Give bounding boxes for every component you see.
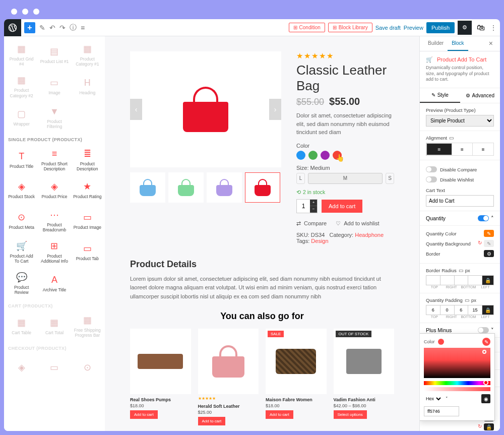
- shop-icon[interactable]: 🛍: [475, 22, 487, 34]
- block-item[interactable]: ⊙Product Meta: [6, 206, 37, 235]
- block-item[interactable]: 💬Product Review: [6, 269, 37, 298]
- tab-builder[interactable]: Builder: [424, 36, 448, 51]
- edit-icon[interactable]: ✎: [39, 24, 45, 32]
- block-item[interactable]: ▦Product Category #1: [72, 40, 103, 70]
- related-product-card[interactable]: OUT OF STOCKVadim Fashion Anti$42.00 – $…: [334, 329, 395, 425]
- block-item[interactable]: ▢Wrapper: [6, 103, 37, 132]
- color-swatch[interactable]: [308, 151, 318, 160]
- settings-button[interactable]: ⚙: [458, 21, 472, 35]
- card-action-button[interactable]: Add to cart: [266, 410, 293, 419]
- disable-wishlist-toggle[interactable]: [426, 176, 437, 182]
- more-icon[interactable]: ⋮: [490, 24, 497, 32]
- block-item[interactable]: ▭Product Image: [72, 206, 103, 235]
- gallery-thumbnail[interactable]: [130, 172, 165, 203]
- lock-icon[interactable]: 🔒: [482, 276, 493, 285]
- reset-icon[interactable]: ↻: [478, 240, 482, 247]
- quantity-field[interactable]: [297, 200, 310, 213]
- add-block-button[interactable]: +: [24, 22, 35, 33]
- gallery-prev-button[interactable]: ‹: [130, 99, 142, 120]
- block-item[interactable]: ⊙: [72, 354, 103, 381]
- align-center-button[interactable]: ≡: [452, 143, 473, 155]
- outline-icon[interactable]: ≡: [81, 24, 85, 32]
- block-item[interactable]: ▦Product Category #2: [6, 72, 37, 101]
- color-edit-button[interactable]: ✎: [484, 230, 494, 237]
- block-item[interactable]: 🛒Product Add To Cart: [6, 237, 37, 267]
- gallery-next-button[interactable]: ›: [269, 99, 281, 120]
- related-product-card[interactable]: ★★★★★Herald Soft Leather$25.00Add to car…: [198, 329, 259, 425]
- block-item[interactable]: ◈Product Stock: [6, 177, 37, 204]
- tab-advanced[interactable]: ⚙ Advanced: [460, 88, 500, 103]
- card-action-button[interactable]: Add to cart: [198, 417, 226, 425]
- border-radius-inputs[interactable]: 🔒: [426, 275, 494, 285]
- redo-icon[interactable]: ↷: [59, 24, 66, 32]
- card-action-button[interactable]: Select options: [334, 410, 367, 419]
- quantity-input[interactable]: +−: [296, 199, 318, 213]
- block-item[interactable]: ≣Product Description: [72, 145, 103, 174]
- size-option[interactable]: L: [296, 173, 305, 184]
- size-option[interactable]: M: [308, 173, 383, 184]
- tab-style[interactable]: ✎ Style: [420, 88, 460, 103]
- condition-button[interactable]: ⊞Condition: [289, 23, 325, 32]
- preview-type-select[interactable]: Simple Product: [426, 115, 494, 127]
- lock-icon[interactable]: 🔒: [484, 423, 494, 430]
- eyedropper-icon[interactable]: ◉: [481, 394, 490, 403]
- align-left-button[interactable]: ≡: [426, 143, 452, 155]
- block-item[interactable]: ◈: [6, 354, 37, 381]
- align-right-button[interactable]: ≡: [473, 143, 493, 155]
- block-item[interactable]: ▦Cart Table: [6, 312, 37, 341]
- block-item[interactable]: ▦Product Grid #4: [6, 40, 37, 70]
- wishlist-link[interactable]: ♡ Add to wishlist: [336, 220, 379, 227]
- gallery-thumbnail[interactable]: [245, 172, 280, 203]
- related-product-card[interactable]: SALEMaison Fabre Women$18.00Add to cart: [266, 329, 327, 425]
- gallery-thumbnail[interactable]: [168, 172, 204, 203]
- reset-color-button[interactable]: ✎: [482, 338, 490, 346]
- disable-compare-toggle[interactable]: [426, 166, 437, 172]
- related-product-card[interactable]: Real Shoes Pumps$18.00Add to cart: [130, 329, 191, 425]
- block-item[interactable]: ⊞Product Additional Info: [39, 237, 70, 267]
- block-item[interactable]: ▭Product Tab: [72, 237, 103, 267]
- qty-plus-button[interactable]: +: [310, 200, 317, 206]
- color-format-select[interactable]: Hex: [424, 396, 443, 402]
- hue-slider[interactable]: [424, 381, 490, 385]
- block-item[interactable]: ★Product Rating: [72, 177, 103, 204]
- block-item[interactable]: ◈Product Price: [39, 177, 70, 204]
- color-swatch[interactable]: [296, 151, 305, 160]
- qty-minus-button[interactable]: −: [310, 206, 317, 213]
- compare-link[interactable]: ⇄ Compare: [296, 220, 327, 227]
- editor-canvas[interactable]: ‹ › ★★★★★ Classic Leather: [105, 36, 419, 431]
- cart-text-input[interactable]: [426, 195, 494, 207]
- wordpress-logo[interactable]: [4, 19, 21, 36]
- alpha-slider[interactable]: [424, 387, 490, 391]
- bg-edit-button[interactable]: ✎: [484, 240, 494, 247]
- tab-block[interactable]: Block: [448, 36, 468, 51]
- undo-icon[interactable]: ↶: [49, 24, 55, 32]
- padding-inputs[interactable]: 🔒: [426, 305, 494, 315]
- card-action-button[interactable]: Add to cart: [130, 410, 158, 419]
- publish-button[interactable]: Publish: [426, 22, 455, 33]
- color-field[interactable]: [424, 348, 490, 378]
- block-item[interactable]: ▼Product Filtering: [39, 103, 70, 132]
- block-item[interactable]: AArchive Title: [39, 269, 70, 298]
- lock-icon[interactable]: 🔒: [482, 305, 493, 315]
- block-item[interactable]: ▦Free Shipping Progress Bar: [72, 312, 103, 341]
- size-option[interactable]: S: [386, 173, 394, 184]
- block-item[interactable]: ≡Product Short Description: [39, 145, 70, 174]
- quantity-toggle[interactable]: [478, 215, 489, 221]
- block-item[interactable]: ▤Product List #1: [39, 40, 70, 70]
- block-item[interactable]: ⋯Product Breadcrumb: [39, 206, 70, 235]
- border-edit-button[interactable]: ⚙: [484, 250, 494, 257]
- hex-input[interactable]: [424, 406, 459, 416]
- info-icon[interactable]: ⓘ: [70, 23, 77, 32]
- block-item[interactable]: ▭Image: [39, 72, 70, 101]
- quantity-section[interactable]: Quantity ˄: [420, 211, 500, 226]
- gallery-thumbnail[interactable]: [207, 172, 242, 203]
- block-library-button[interactable]: ⊞Block Library: [328, 23, 372, 32]
- reset-icon[interactable]: ↻: [478, 423, 482, 430]
- block-item[interactable]: ▦Cart Total: [39, 312, 70, 341]
- save-draft-link[interactable]: Save draft: [375, 25, 401, 31]
- add-to-cart-button[interactable]: Add to cart: [322, 200, 362, 213]
- block-item[interactable]: ▭: [39, 354, 70, 381]
- preview-link[interactable]: Preview: [404, 25, 423, 31]
- block-item[interactable]: TProduct Title: [6, 145, 37, 174]
- block-item[interactable]: HHeading: [72, 72, 103, 101]
